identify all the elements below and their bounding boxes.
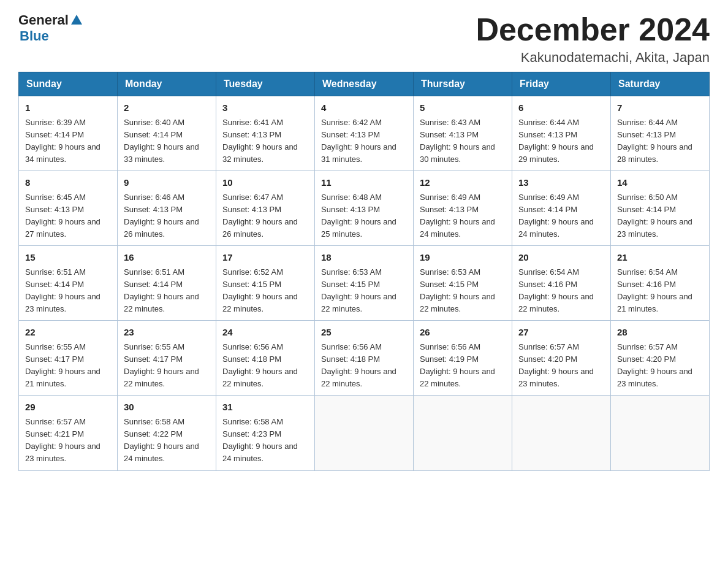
day-info: Sunrise: 6:56 AMSunset: 4:18 PMDaylight:… <box>321 341 407 391</box>
day-number: 1 <box>25 101 111 115</box>
calendar-cell: 21Sunrise: 6:54 AMSunset: 4:16 PMDayligh… <box>611 246 710 321</box>
day-number: 30 <box>124 400 210 415</box>
day-info: Sunrise: 6:58 AMSunset: 4:23 PMDaylight:… <box>222 416 308 465</box>
calendar-cell: 27Sunrise: 6:57 AMSunset: 4:20 PMDayligh… <box>512 321 611 396</box>
calendar-week-row: 15Sunrise: 6:51 AMSunset: 4:14 PMDayligh… <box>19 246 710 321</box>
calendar-cell: 30Sunrise: 6:58 AMSunset: 4:22 PMDayligh… <box>118 396 216 470</box>
day-info: Sunrise: 6:55 AMSunset: 4:17 PMDaylight:… <box>25 341 111 391</box>
calendar-cell: 26Sunrise: 6:56 AMSunset: 4:19 PMDayligh… <box>414 321 512 396</box>
calendar-cell: 22Sunrise: 6:55 AMSunset: 4:17 PMDayligh… <box>19 321 118 396</box>
day-info: Sunrise: 6:46 AMSunset: 4:13 PMDaylight:… <box>124 191 210 241</box>
calendar-cell: 31Sunrise: 6:58 AMSunset: 4:23 PMDayligh… <box>216 396 315 470</box>
day-info: Sunrise: 6:48 AMSunset: 4:13 PMDaylight:… <box>321 191 407 241</box>
calendar-cell <box>512 396 611 470</box>
day-number: 11 <box>321 176 407 190</box>
day-number: 5 <box>420 101 506 115</box>
logo: General Blue <box>18 12 85 44</box>
calendar-cell: 5Sunrise: 6:43 AMSunset: 4:13 PMDaylight… <box>414 96 512 171</box>
day-number: 4 <box>321 101 407 115</box>
col-header-monday: Monday <box>118 72 216 96</box>
calendar-week-row: 22Sunrise: 6:55 AMSunset: 4:17 PMDayligh… <box>19 321 710 396</box>
day-number: 8 <box>25 176 111 190</box>
calendar-week-row: 1Sunrise: 6:39 AMSunset: 4:14 PMDaylight… <box>19 96 710 171</box>
day-info: Sunrise: 6:54 AMSunset: 4:16 PMDaylight:… <box>617 266 703 316</box>
calendar-cell: 1Sunrise: 6:39 AMSunset: 4:14 PMDaylight… <box>19 96 118 171</box>
day-info: Sunrise: 6:57 AMSunset: 4:21 PMDaylight:… <box>25 416 111 465</box>
day-number: 26 <box>420 326 506 340</box>
calendar-cell: 24Sunrise: 6:56 AMSunset: 4:18 PMDayligh… <box>216 321 315 396</box>
day-info: Sunrise: 6:50 AMSunset: 4:14 PMDaylight:… <box>617 191 703 241</box>
day-number: 16 <box>124 251 210 265</box>
day-number: 15 <box>25 251 111 265</box>
calendar-cell: 29Sunrise: 6:57 AMSunset: 4:21 PMDayligh… <box>19 396 118 470</box>
calendar-table: SundayMondayTuesdayWednesdayThursdayFrid… <box>18 72 710 470</box>
day-info: Sunrise: 6:52 AMSunset: 4:15 PMDaylight:… <box>222 266 308 316</box>
calendar-cell: 18Sunrise: 6:53 AMSunset: 4:15 PMDayligh… <box>315 246 414 321</box>
day-number: 24 <box>222 326 308 340</box>
calendar-cell: 15Sunrise: 6:51 AMSunset: 4:14 PMDayligh… <box>19 246 118 321</box>
day-info: Sunrise: 6:43 AMSunset: 4:13 PMDaylight:… <box>420 117 506 166</box>
calendar-cell: 23Sunrise: 6:55 AMSunset: 4:17 PMDayligh… <box>118 321 216 396</box>
day-info: Sunrise: 6:49 AMSunset: 4:14 PMDaylight:… <box>518 191 604 241</box>
day-info: Sunrise: 6:40 AMSunset: 4:14 PMDaylight:… <box>124 117 210 166</box>
calendar-cell: 10Sunrise: 6:47 AMSunset: 4:13 PMDayligh… <box>216 171 315 246</box>
day-number: 9 <box>124 176 210 190</box>
day-info: Sunrise: 6:44 AMSunset: 4:13 PMDaylight:… <box>518 117 604 166</box>
day-number: 23 <box>124 326 210 340</box>
day-info: Sunrise: 6:54 AMSunset: 4:16 PMDaylight:… <box>518 266 604 316</box>
day-number: 27 <box>518 326 604 340</box>
day-info: Sunrise: 6:56 AMSunset: 4:18 PMDaylight:… <box>222 341 308 391</box>
calendar-week-row: 29Sunrise: 6:57 AMSunset: 4:21 PMDayligh… <box>19 396 710 470</box>
day-number: 31 <box>222 400 308 415</box>
day-info: Sunrise: 6:51 AMSunset: 4:14 PMDaylight:… <box>25 266 111 316</box>
svg-marker-0 <box>71 15 82 25</box>
day-info: Sunrise: 6:58 AMSunset: 4:22 PMDaylight:… <box>124 416 210 465</box>
day-info: Sunrise: 6:44 AMSunset: 4:13 PMDaylight:… <box>617 117 703 166</box>
day-number: 2 <box>124 101 210 115</box>
day-number: 14 <box>617 176 703 190</box>
day-number: 3 <box>222 101 308 115</box>
calendar-cell: 3Sunrise: 6:41 AMSunset: 4:13 PMDaylight… <box>216 96 315 171</box>
calendar-cell: 2Sunrise: 6:40 AMSunset: 4:14 PMDaylight… <box>118 96 216 171</box>
day-info: Sunrise: 6:42 AMSunset: 4:13 PMDaylight:… <box>321 117 407 166</box>
day-number: 12 <box>420 176 506 190</box>
day-number: 20 <box>518 251 604 265</box>
day-number: 21 <box>617 251 703 265</box>
month-title: December 2024 <box>476 12 710 47</box>
col-header-saturday: Saturday <box>611 72 710 96</box>
calendar-cell: 19Sunrise: 6:53 AMSunset: 4:15 PMDayligh… <box>414 246 512 321</box>
calendar-cell <box>315 396 414 470</box>
calendar-cell: 20Sunrise: 6:54 AMSunset: 4:16 PMDayligh… <box>512 246 611 321</box>
page-header: General Blue December 2024 Kakunodatemac… <box>18 12 710 66</box>
day-number: 22 <box>25 326 111 340</box>
calendar-cell: 8Sunrise: 6:45 AMSunset: 4:13 PMDaylight… <box>19 171 118 246</box>
calendar-cell: 6Sunrise: 6:44 AMSunset: 4:13 PMDaylight… <box>512 96 611 171</box>
calendar-cell: 9Sunrise: 6:46 AMSunset: 4:13 PMDaylight… <box>118 171 216 246</box>
calendar-cell <box>414 396 512 470</box>
day-number: 6 <box>518 101 604 115</box>
day-number: 28 <box>617 326 703 340</box>
calendar-cell: 13Sunrise: 6:49 AMSunset: 4:14 PMDayligh… <box>512 171 611 246</box>
title-block: December 2024 Kakunodatemachi, Akita, Ja… <box>476 12 710 66</box>
day-info: Sunrise: 6:41 AMSunset: 4:13 PMDaylight:… <box>222 117 308 166</box>
logo-triangle-icon <box>70 13 83 27</box>
calendar-cell <box>611 396 710 470</box>
col-header-wednesday: Wednesday <box>315 72 414 96</box>
day-info: Sunrise: 6:53 AMSunset: 4:15 PMDaylight:… <box>321 266 407 316</box>
calendar-cell: 16Sunrise: 6:51 AMSunset: 4:14 PMDayligh… <box>118 246 216 321</box>
day-number: 18 <box>321 251 407 265</box>
day-info: Sunrise: 6:57 AMSunset: 4:20 PMDaylight:… <box>518 341 604 391</box>
day-info: Sunrise: 6:47 AMSunset: 4:13 PMDaylight:… <box>222 191 308 241</box>
calendar-cell: 25Sunrise: 6:56 AMSunset: 4:18 PMDayligh… <box>315 321 414 396</box>
col-header-friday: Friday <box>512 72 611 96</box>
calendar-header-row: SundayMondayTuesdayWednesdayThursdayFrid… <box>19 72 710 96</box>
day-number: 19 <box>420 251 506 265</box>
col-header-tuesday: Tuesday <box>216 72 315 96</box>
calendar-cell: 17Sunrise: 6:52 AMSunset: 4:15 PMDayligh… <box>216 246 315 321</box>
day-number: 13 <box>518 176 604 190</box>
calendar-cell: 12Sunrise: 6:49 AMSunset: 4:13 PMDayligh… <box>414 171 512 246</box>
day-info: Sunrise: 6:39 AMSunset: 4:14 PMDaylight:… <box>25 117 111 166</box>
day-info: Sunrise: 6:57 AMSunset: 4:20 PMDaylight:… <box>617 341 703 391</box>
day-number: 17 <box>222 251 308 265</box>
calendar-cell: 4Sunrise: 6:42 AMSunset: 4:13 PMDaylight… <box>315 96 414 171</box>
